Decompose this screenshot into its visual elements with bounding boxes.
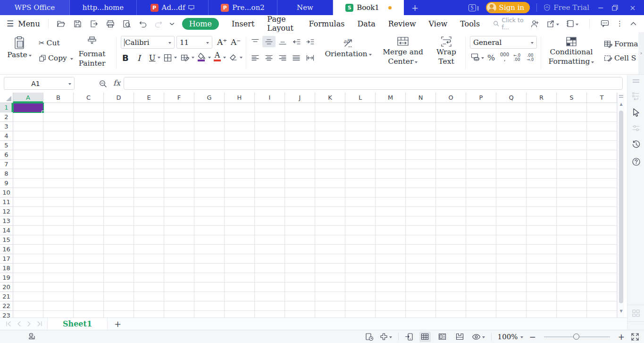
tab-wps-office[interactable]: WPS Office (0, 0, 70, 15)
column-header-O[interactable]: O (436, 93, 466, 103)
column-header-L[interactable]: L (345, 93, 376, 103)
font-name-combo[interactable]: Calibri (121, 36, 175, 49)
justify-button[interactable] (290, 52, 303, 63)
row-header-14[interactable]: 14 (0, 226, 13, 235)
underline-caret[interactable] (158, 57, 160, 60)
zoom-formula-icon[interactable] (99, 80, 107, 88)
free-trial-button[interactable]: Free Trial (544, 3, 589, 12)
close-button[interactable]: × (628, 3, 637, 12)
redo-icon[interactable] (154, 20, 162, 27)
share-button[interactable] (546, 20, 559, 28)
merge-center-button[interactable]: Merge and Center (377, 36, 428, 66)
fullscreen-icon[interactable] (631, 333, 639, 341)
column-header-R[interactable]: R (527, 93, 557, 103)
invite-user-icon[interactable] (531, 20, 539, 28)
more-options-icon[interactable]: ⋮ (616, 19, 623, 28)
vertical-scroll-thumb[interactable] (619, 111, 623, 303)
insert-function-button[interactable]: fx (113, 78, 120, 87)
first-sheet-icon[interactable] (6, 321, 11, 326)
undo-icon[interactable] (139, 20, 147, 27)
row-header-23[interactable]: 23 (0, 311, 13, 317)
row-header-22[interactable]: 22 (0, 301, 13, 311)
shrink-font-button[interactable]: A⁻ (231, 37, 241, 47)
borders-caret[interactable] (174, 57, 177, 60)
column-header-P[interactable]: P (466, 93, 496, 103)
bold-button[interactable]: B (122, 53, 129, 63)
menu-tab-data[interactable]: Data (357, 19, 375, 28)
select-all-corner[interactable] (0, 93, 13, 103)
window-switcher-icon[interactable]: 5 ‖ (468, 4, 479, 11)
hamburger-icon[interactable]: ☰ (7, 19, 14, 28)
selected-cell[interactable] (13, 103, 44, 113)
align-center-button[interactable] (262, 52, 276, 63)
column-header-H[interactable]: H (225, 93, 255, 103)
align-right-button[interactable] (276, 52, 289, 63)
font-color-button[interactable]: A (214, 51, 221, 61)
column-header-S[interactable]: S (557, 93, 587, 103)
row-header-11[interactable]: 11 (0, 197, 13, 207)
fill-handle[interactable] (42, 111, 44, 113)
row-header-21[interactable]: 21 (0, 292, 13, 301)
decrease-decimal-button[interactable]: ←.0 .00 (513, 53, 520, 61)
italic-button[interactable]: I (137, 53, 141, 63)
collapse-ribbon-icon[interactable] (630, 22, 636, 26)
distribute-button[interactable] (303, 52, 317, 63)
conditional-formatting-button[interactable]: Conditional Formatting (544, 36, 599, 66)
increase-indent-button[interactable] (303, 36, 317, 47)
row-header-5[interactable]: 5 (0, 141, 13, 150)
normal-view-button[interactable] (419, 332, 431, 342)
menu-tab-formulas[interactable]: Formulas (309, 19, 345, 28)
clear-format-caret[interactable] (240, 57, 243, 60)
fill-color-caret[interactable] (208, 57, 211, 60)
tab-pdf-document[interactable]: P Ad...df (137, 0, 209, 15)
row-header-13[interactable]: 13 (0, 216, 13, 226)
column-header-A[interactable]: A (13, 93, 43, 103)
print-preview-icon[interactable] (123, 20, 131, 28)
format-painter-button[interactable]: Format Painter (72, 36, 112, 68)
row-header-18[interactable]: 18 (0, 264, 13, 273)
column-header-T[interactable]: T (587, 93, 617, 103)
row-header-17[interactable]: 17 (0, 254, 13, 264)
underline-button[interactable]: U (149, 53, 155, 62)
panels-button[interactable] (566, 20, 578, 27)
row-header-20[interactable]: 20 (0, 283, 13, 292)
formula-input[interactable] (124, 77, 623, 90)
open-file-icon[interactable] (57, 20, 66, 28)
save-icon[interactable] (74, 20, 82, 28)
menu-tab-page-layout[interactable]: Page Layout (267, 15, 296, 33)
scroll-up-arrow[interactable]: ▲ (618, 102, 625, 106)
column-header-M[interactable]: M (376, 93, 406, 103)
settings-sliders-icon[interactable] (632, 124, 640, 132)
task-pane-icon[interactable] (632, 92, 640, 100)
minimize-button[interactable]: − (596, 3, 605, 12)
comment-icon[interactable] (601, 20, 609, 27)
column-header-G[interactable]: G (194, 93, 225, 103)
tab-new[interactable]: New (277, 0, 333, 15)
zoom-in-button[interactable]: + (618, 332, 625, 342)
font-size-combo[interactable]: 11 (176, 36, 212, 49)
export-icon[interactable] (90, 20, 98, 28)
selection-stats-icon[interactable] (365, 333, 374, 341)
paste-button[interactable]: Paste (6, 36, 33, 60)
zoom-out-button[interactable]: − (529, 332, 536, 342)
increase-decimal-button[interactable]: .00 →.0 (527, 53, 534, 61)
vertical-scrollbar[interactable]: ▲ ▼ (617, 93, 624, 317)
row-header-12[interactable]: 12 (0, 207, 13, 216)
tab-browser-home[interactable]: http...home (70, 0, 137, 15)
send-to-device-icon[interactable] (405, 333, 413, 341)
number-format-combo[interactable]: General (470, 36, 537, 49)
fill-color-button[interactable] (198, 52, 205, 61)
align-bottom-button[interactable] (276, 36, 289, 47)
column-header-I[interactable]: I (255, 93, 285, 103)
toolbar-more-chevron-icon[interactable] (169, 22, 175, 26)
restore-button[interactable] (612, 5, 621, 11)
decrease-indent-button[interactable] (290, 36, 303, 47)
tab-book1-active[interactable]: S Book1 (333, 0, 404, 15)
format-as-table-button[interactable]: Forma (604, 40, 639, 48)
font-color-caret[interactable] (223, 57, 226, 60)
selection-cursor-icon[interactable] (632, 108, 641, 117)
row-header-4[interactable]: 4 (0, 131, 13, 141)
print-icon[interactable] (106, 20, 115, 28)
row-header-9[interactable]: 9 (0, 179, 13, 188)
grow-font-button[interactable]: A⁺ (217, 37, 227, 47)
